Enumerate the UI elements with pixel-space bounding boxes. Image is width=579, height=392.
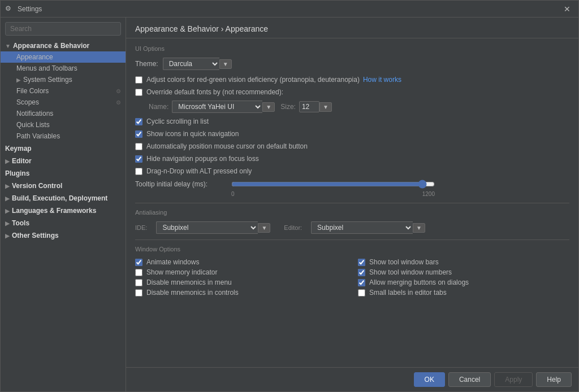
sidebar-item-label: Build, Execution, Deployment bbox=[12, 194, 107, 202]
font-name-label: Name: bbox=[149, 103, 168, 111]
drag-n-drop-text: Drag-n-Drop with ALT pressed only bbox=[146, 167, 252, 175]
override-fonts-text: Override default fonts by (not recommend… bbox=[146, 88, 283, 96]
override-fonts-checkbox[interactable] bbox=[135, 89, 142, 96]
theme-select[interactable]: Darcula bbox=[163, 58, 219, 70]
show-memory-checkbox[interactable] bbox=[135, 269, 142, 276]
sidebar-item-quick-lists[interactable]: Quick Lists bbox=[1, 119, 126, 130]
auto-position-label[interactable]: Automatically position mouse cursor on d… bbox=[135, 142, 308, 150]
adjust-colors-label[interactable]: Adjust colors for red-green vision defic… bbox=[135, 76, 360, 84]
show-icons-nav-checkbox[interactable] bbox=[135, 130, 142, 138]
small-labels-label[interactable]: Small labels in editor tabs bbox=[358, 289, 447, 297]
override-fonts-label[interactable]: Override default fonts by (not recommend… bbox=[135, 88, 283, 96]
editor-antialias-dropdown-btn[interactable]: ▼ bbox=[413, 223, 425, 233]
allow-merging-item: Allow merging buttons on dialogs bbox=[358, 278, 569, 286]
small-labels-checkbox[interactable] bbox=[358, 289, 365, 297]
hide-nav-popups-text: Hide navigation popups on focus loss bbox=[146, 155, 259, 163]
disable-mnemonics-menu-checkbox[interactable] bbox=[135, 279, 142, 286]
drag-n-drop-checkbox[interactable] bbox=[135, 168, 142, 175]
sidebar-item-system-settings[interactable]: ▶ System Settings bbox=[1, 74, 126, 85]
ui-options-title: UI Options bbox=[135, 45, 569, 52]
window-options-grid: Animate windows Show tool window bars Sh… bbox=[135, 258, 569, 297]
cyclic-scrolling-label[interactable]: Cyclic scrolling in list bbox=[135, 117, 209, 125]
sidebar-item-label: Notifications bbox=[16, 110, 53, 117]
sidebar-item-notifications[interactable]: Notifications bbox=[1, 108, 126, 119]
sidebar-item-path-variables[interactable]: Path Variables bbox=[1, 130, 126, 142]
close-button[interactable]: ✕ bbox=[560, 3, 574, 15]
sidebar-item-keymap[interactable]: Keymap bbox=[1, 143, 126, 154]
tooltip-slider[interactable] bbox=[231, 180, 435, 189]
search-input[interactable] bbox=[5, 22, 121, 36]
auto-position-text: Automatically position mouse cursor on d… bbox=[146, 142, 308, 150]
sidebar-item-menus-toolbars[interactable]: Menus and Toolbars bbox=[1, 63, 126, 74]
expand-arrow: ▶ bbox=[5, 158, 10, 164]
sidebar-item-label: Tools bbox=[12, 219, 29, 227]
show-tool-numbers-label[interactable]: Show tool window numbers bbox=[358, 268, 452, 276]
allow-merging-checkbox[interactable] bbox=[358, 279, 365, 286]
expand-arrow: ▼ bbox=[5, 43, 11, 49]
theme-row: Theme: Darcula ▼ bbox=[135, 58, 569, 70]
expand-arrow: ▶ bbox=[5, 208, 10, 214]
breadcrumb: Appearance & Behavior › Appearance bbox=[135, 24, 268, 33]
window-title: Settings bbox=[18, 5, 560, 13]
disable-mnemonics-menu-label[interactable]: Disable mnemonics in menu bbox=[135, 278, 232, 286]
show-tool-bars-label[interactable]: Show tool window bars bbox=[358, 258, 439, 266]
font-size-input[interactable] bbox=[299, 101, 319, 112]
gear-icon: ⚙ bbox=[116, 88, 121, 94]
editor-antialias-select[interactable]: Subpixel Greyscale No antialiasing bbox=[311, 221, 413, 234]
disable-mnemonics-controls-label[interactable]: Disable mnemonics in controls bbox=[135, 289, 239, 297]
sidebar-item-file-colors[interactable]: File Colors ⚙ bbox=[1, 85, 126, 97]
bottom-bar: OK Cancel Apply Help bbox=[126, 367, 578, 391]
cancel-button[interactable]: Cancel bbox=[448, 372, 491, 387]
allow-merging-label[interactable]: Allow merging buttons on dialogs bbox=[358, 278, 469, 286]
ide-antialias-dropdown-btn[interactable]: ▼ bbox=[258, 223, 270, 233]
animate-windows-label[interactable]: Animate windows bbox=[135, 258, 199, 266]
small-labels-item: Small labels in editor tabs bbox=[358, 289, 569, 297]
ok-button[interactable]: OK bbox=[414, 372, 445, 387]
sidebar-item-appearance-behavior[interactable]: ▼ Appearance & Behavior bbox=[1, 40, 126, 51]
show-tool-bars-checkbox[interactable] bbox=[358, 259, 365, 266]
sidebar-item-plugins[interactable]: Plugins bbox=[1, 168, 126, 179]
sidebar-item-build-execution[interactable]: ▶ Build, Execution, Deployment bbox=[1, 193, 126, 204]
divider-2 bbox=[135, 239, 569, 240]
editor-antialias-label: Editor: bbox=[284, 224, 302, 231]
sidebar-item-tools[interactable]: ▶ Tools bbox=[1, 217, 126, 229]
hide-nav-popups-label[interactable]: Hide navigation popups on focus loss bbox=[135, 155, 259, 163]
theme-dropdown-btn[interactable]: ▼ bbox=[219, 59, 232, 69]
titlebar: ⚙ Settings ✕ bbox=[1, 1, 578, 18]
animate-windows-checkbox[interactable] bbox=[135, 259, 142, 266]
apply-button[interactable]: Apply bbox=[494, 372, 533, 387]
adjust-colors-checkbox[interactable] bbox=[135, 76, 142, 84]
font-name-dropdown-btn[interactable]: ▼ bbox=[262, 102, 275, 112]
show-icons-nav-label[interactable]: Show icons in quick navigation bbox=[135, 130, 239, 138]
sidebar-item-version-control[interactable]: ▶ Version Control bbox=[1, 180, 126, 191]
sidebar-item-label: Version Control bbox=[12, 182, 62, 190]
ide-antialias-select-wrap: Subpixel Greyscale No antialiasing ▼ bbox=[156, 221, 270, 234]
adjust-colors-row: Adjust colors for red-green vision defic… bbox=[135, 76, 569, 84]
expand-arrow: ▶ bbox=[5, 195, 10, 202]
hide-nav-popups-checkbox[interactable] bbox=[135, 155, 142, 163]
tooltip-min: 0 bbox=[231, 191, 235, 197]
auto-position-checkbox[interactable] bbox=[135, 143, 142, 150]
sidebar-item-scopes[interactable]: Scopes ⚙ bbox=[1, 97, 126, 108]
font-size-dropdown-btn[interactable]: ▼ bbox=[319, 102, 332, 112]
cyclic-scrolling-checkbox[interactable] bbox=[135, 118, 142, 125]
how-it-works-link[interactable]: How it works bbox=[363, 76, 401, 84]
sidebar-item-other-settings[interactable]: ▶ Other Settings bbox=[1, 230, 126, 241]
ide-antialias-select[interactable]: Subpixel Greyscale No antialiasing bbox=[156, 221, 258, 234]
help-button[interactable]: Help bbox=[536, 372, 572, 387]
sidebar-item-editor[interactable]: ▶ Editor bbox=[1, 155, 126, 167]
tooltip-label: Tooltip initial delay (ms): bbox=[135, 180, 231, 188]
drag-n-drop-label[interactable]: Drag-n-Drop with ALT pressed only bbox=[135, 167, 252, 175]
sidebar-item-appearance[interactable]: Appearance bbox=[1, 51, 126, 63]
sidebar-item-label: Path Variables bbox=[16, 132, 60, 140]
sidebar-item-label: Editor bbox=[12, 157, 32, 165]
divider-1 bbox=[135, 203, 569, 203]
animate-windows-item: Animate windows bbox=[135, 258, 347, 266]
show-memory-label[interactable]: Show memory indicator bbox=[135, 268, 217, 276]
font-name-select[interactable]: Microsoft YaHei UI bbox=[172, 101, 262, 113]
settings-window: ⚙ Settings ✕ ▼ Appearance & Behavior App… bbox=[0, 0, 579, 392]
sidebar-item-languages-frameworks[interactable]: ▶ Languages & Frameworks bbox=[1, 205, 126, 216]
show-memory-text: Show memory indicator bbox=[146, 268, 217, 276]
show-tool-numbers-checkbox[interactable] bbox=[358, 269, 365, 276]
disable-mnemonics-controls-checkbox[interactable] bbox=[135, 289, 142, 297]
